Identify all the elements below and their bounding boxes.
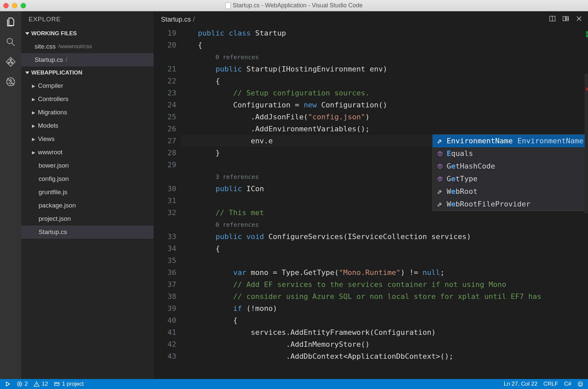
suggestion-item[interactable]: GetType bbox=[433, 173, 588, 185]
wrench-icon bbox=[437, 201, 443, 207]
window-controls bbox=[3, 3, 26, 8]
sidebar-title: EXPLORE bbox=[21, 11, 154, 27]
line-number: 28 bbox=[154, 147, 176, 159]
code-line: .AddEnvironmentVariables(); bbox=[180, 123, 585, 135]
folder-item[interactable]: ▶Controllers bbox=[21, 92, 154, 106]
file-path: /wwwroot/css bbox=[58, 43, 92, 50]
working-file-item[interactable]: Startup.cs/ bbox=[21, 53, 154, 66]
folder-item[interactable]: ▶Views bbox=[21, 132, 154, 146]
status-warnings[interactable]: 12 bbox=[34, 381, 48, 387]
chevron-right-icon: ▶ bbox=[32, 97, 35, 102]
suggestion-item[interactable]: Equals bbox=[433, 147, 588, 160]
chevron-down-icon bbox=[25, 32, 29, 35]
scrollbar-thumb[interactable] bbox=[585, 74, 588, 213]
file-name: site.css bbox=[35, 43, 56, 50]
line-number: 41 bbox=[154, 326, 176, 338]
folder-name: Views bbox=[38, 135, 55, 143]
suggestion-label: WebRootFileProvider bbox=[447, 198, 530, 210]
code-line: services.AddEntityFramework(Configuratio… bbox=[180, 326, 585, 338]
window-title: Startup.cs - WebApplication - Visual Stu… bbox=[0, 2, 588, 9]
suggestion-label: GetType bbox=[447, 173, 478, 185]
status-errors[interactable]: 2 bbox=[17, 381, 28, 387]
working-files-header[interactable]: WORKING FILES bbox=[21, 27, 154, 40]
compare-icon[interactable] bbox=[562, 15, 569, 24]
activity-bar bbox=[0, 11, 21, 379]
folder-item[interactable]: ▶wwwroot bbox=[21, 146, 154, 159]
overview-ruler[interactable] bbox=[585, 27, 588, 379]
suggestion-label: GetHashCode bbox=[447, 160, 495, 172]
close-icon[interactable] bbox=[575, 15, 583, 24]
line-number: 22 bbox=[154, 75, 176, 87]
folder-name: wwwroot bbox=[38, 149, 63, 156]
tab-startup[interactable]: Startup.cs / bbox=[161, 16, 195, 23]
code-line bbox=[180, 255, 585, 267]
suggestion-popup[interactable]: EnvironmentNameEnvironmentNameEqualsGetH… bbox=[432, 134, 588, 211]
folder-name: Compiler bbox=[38, 82, 63, 89]
code-area[interactable]: 1920212223242526272829303132333435363738… bbox=[154, 27, 588, 379]
code-line: .AddDbContext<ApplicationDbContext>(); bbox=[180, 350, 585, 362]
git-sync[interactable] bbox=[5, 381, 11, 387]
file-name: package.json bbox=[39, 202, 76, 209]
svg-point-12 bbox=[8, 384, 9, 385]
debug-icon[interactable] bbox=[5, 76, 16, 87]
window-title-text: Startup.cs - WebApplication - Visual Stu… bbox=[233, 2, 363, 9]
line-number: 33 bbox=[154, 231, 176, 243]
line-number bbox=[154, 51, 176, 63]
line-number: 43 bbox=[154, 350, 176, 362]
suggestion-item[interactable]: WebRoot bbox=[433, 185, 588, 198]
line-number: 38 bbox=[154, 291, 176, 303]
folder-item[interactable]: ▶Models bbox=[21, 119, 154, 132]
wrench-icon bbox=[437, 138, 443, 144]
svg-point-17 bbox=[581, 383, 582, 384]
search-icon[interactable] bbox=[5, 37, 16, 47]
minimize-window[interactable] bbox=[12, 3, 17, 8]
code-line: { bbox=[180, 315, 585, 326]
eol-label: CRLF bbox=[543, 381, 558, 387]
status-position[interactable]: Ln 27, Col 22 bbox=[504, 381, 537, 387]
suggestion-item[interactable]: WebRootFileProvider bbox=[433, 198, 588, 210]
line-number: 32 bbox=[154, 207, 176, 219]
line-number: 26 bbox=[154, 123, 176, 135]
suggestion-item[interactable]: EnvironmentNameEnvironmentName bbox=[433, 135, 588, 147]
status-language[interactable]: C# bbox=[564, 381, 571, 387]
split-editor-icon[interactable] bbox=[549, 15, 556, 24]
file-item[interactable]: package.json bbox=[21, 199, 154, 212]
cursor-position: Ln 27, Col 22 bbox=[504, 381, 537, 387]
feedback-icon[interactable] bbox=[577, 381, 583, 387]
code-line: public class Startup bbox=[180, 27, 585, 39]
folder-name: Models bbox=[38, 122, 58, 129]
code-line: { bbox=[180, 243, 585, 255]
error-count: 2 bbox=[25, 381, 28, 387]
file-item[interactable]: gruntfile.js bbox=[21, 186, 154, 199]
code-line: var mono = Type.GetType("Mono.Runtime") … bbox=[180, 267, 585, 279]
folder-item[interactable]: ▶Migrations bbox=[21, 106, 154, 119]
svg-rect-7 bbox=[563, 17, 565, 21]
tab-name: Startup.cs bbox=[161, 16, 191, 23]
status-eol[interactable]: CRLF bbox=[543, 381, 558, 387]
file-name: Startup.cs bbox=[35, 56, 63, 64]
folder-item[interactable]: ▶Compiler bbox=[21, 79, 154, 92]
line-number: 35 bbox=[154, 255, 176, 267]
file-item[interactable]: project.json bbox=[21, 212, 154, 225]
file-name: Startup.cs bbox=[39, 228, 67, 236]
close-window[interactable] bbox=[3, 3, 9, 8]
chevron-right-icon: ▶ bbox=[32, 137, 35, 142]
file-item[interactable]: config.json bbox=[21, 172, 154, 186]
status-projects[interactable]: 1 project bbox=[54, 381, 83, 387]
line-number: 40 bbox=[154, 315, 176, 326]
git-icon[interactable] bbox=[5, 57, 16, 67]
working-file-item[interactable]: site.css/wwwroot/css bbox=[21, 40, 154, 53]
file-item[interactable]: bower.json bbox=[21, 159, 154, 172]
suggestion-item[interactable]: GetHashCode bbox=[433, 160, 588, 173]
project-folders: ▶Compiler▶Controllers▶Migrations▶Models▶… bbox=[21, 79, 154, 159]
project-header[interactable]: WEBAPPLICATION bbox=[21, 66, 154, 79]
status-bar: 2 12 1 project Ln 27, Col 22 CRLF C# bbox=[0, 379, 588, 389]
suggestion-label: Equals bbox=[447, 148, 473, 160]
svg-point-10 bbox=[6, 382, 7, 383]
zoom-window[interactable] bbox=[21, 3, 26, 8]
file-item[interactable]: Startup.cs bbox=[21, 225, 154, 239]
editor-tabs: Startup.cs / bbox=[154, 11, 588, 27]
code-line: // Setup configuration sources. bbox=[180, 87, 585, 99]
working-files-label: WORKING FILES bbox=[31, 30, 77, 37]
files-icon[interactable] bbox=[5, 17, 16, 27]
